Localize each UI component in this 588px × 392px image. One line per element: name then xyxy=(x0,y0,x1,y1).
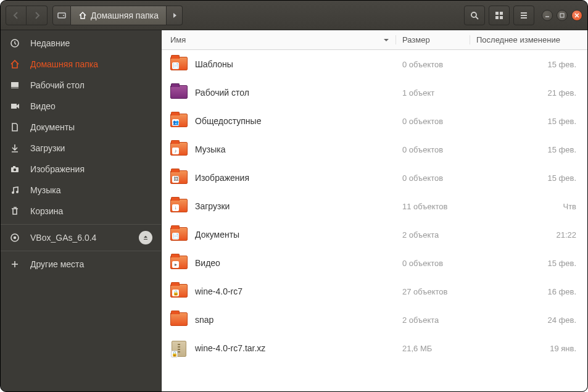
sidebar: НедавниеДомашняя папкаРабочий столВидеоД… xyxy=(1,30,162,391)
sidebar-item-home[interactable]: Домашняя папка xyxy=(1,54,161,75)
file-row[interactable]: 📄Документы2 объекта21:22 xyxy=(162,220,587,249)
folder-icon: ▸ xyxy=(170,256,188,270)
file-row[interactable]: Рабочий стол1 объект21 фев. xyxy=(162,78,587,107)
file-size: 2 объекта xyxy=(402,230,439,240)
file-name: Общедоступные xyxy=(195,116,261,126)
file-modified: 15 фев. xyxy=(547,117,576,126)
folder-icon: ↓ xyxy=(170,199,188,214)
svg-point-1 xyxy=(63,15,64,16)
file-row[interactable]: ↓Загрузки11 объектовЧтв xyxy=(162,192,587,220)
file-name: wine-4.0-rc7.tar.xz xyxy=(195,343,265,353)
svg-rect-4 xyxy=(495,12,499,15)
file-name: Видео xyxy=(195,258,220,268)
path-label: Домашняя папка xyxy=(91,10,159,20)
close-button[interactable] xyxy=(571,10,582,21)
file-modified: 15 фев. xyxy=(547,173,576,183)
file-name: wine-4.0-rc7 xyxy=(195,286,242,296)
sidebar-device-vbox[interactable]: VBox_GAs_6.0.4 xyxy=(1,227,161,248)
sidebar-item-recent[interactable]: Недавние xyxy=(1,33,161,54)
file-name: snap xyxy=(195,315,213,325)
folder-icon: 📄 xyxy=(170,57,188,72)
sidebar-item-documents[interactable]: Документы xyxy=(1,117,161,138)
file-row[interactable]: 👥Общедоступные0 объектов15 фев. xyxy=(162,107,587,135)
disk-icon xyxy=(57,11,66,20)
back-button[interactable] xyxy=(6,6,27,25)
file-size: 0 объектов xyxy=(402,117,443,126)
file-modified: 15 фев. xyxy=(547,145,576,154)
toolbar-right xyxy=(464,6,582,25)
sidebar-other-places[interactable]: Другие места xyxy=(1,254,161,275)
svg-rect-5 xyxy=(500,12,503,15)
view-grid-button[interactable] xyxy=(489,6,510,25)
sidebar-item-music[interactable]: Музыка xyxy=(1,180,161,201)
file-row[interactable]: 📄Шаблоны0 объектов15 фев. xyxy=(162,50,587,78)
headerbar: Домашняя папка xyxy=(1,1,587,30)
hamburger-icon xyxy=(520,11,528,20)
menu-button[interactable] xyxy=(513,6,534,25)
sidebar-item-label: Корзина xyxy=(30,206,63,216)
document-icon xyxy=(10,122,20,132)
search-button[interactable] xyxy=(464,6,485,25)
close-icon xyxy=(574,13,579,18)
file-size: 21,6 МБ xyxy=(402,344,432,353)
file-modified: 19 янв. xyxy=(550,344,576,353)
body: НедавниеДомашняя папкаРабочий столВидеоД… xyxy=(1,30,587,391)
minimize-icon xyxy=(545,13,550,18)
column-modified[interactable]: Последнее изменение xyxy=(470,35,587,44)
plus-icon xyxy=(10,259,20,269)
file-list[interactable]: 📄Шаблоны0 объектов15 фев.Рабочий стол1 о… xyxy=(162,50,587,391)
file-modified: 15 фев. xyxy=(547,60,576,69)
sidebar-item-trash[interactable]: Корзина xyxy=(1,201,161,222)
file-size: 2 объекта xyxy=(402,315,439,325)
svg-rect-18 xyxy=(11,104,17,109)
file-size: 0 объектов xyxy=(402,60,443,69)
sidebar-item-desktop[interactable]: Рабочий стол xyxy=(1,75,161,96)
file-row[interactable]: ♪Музыка0 объектов15 фев. xyxy=(162,135,587,164)
file-manager-window: Домашняя папка НедавниеДом xyxy=(0,0,588,392)
sidebar-item-videos[interactable]: Видео xyxy=(1,96,161,117)
download-icon xyxy=(10,143,20,153)
column-size-label: Размер xyxy=(402,35,430,44)
pathbar: Домашняя папка xyxy=(52,6,183,25)
camera-icon xyxy=(10,164,20,174)
column-headers: Имя Размер Последнее изменение xyxy=(162,30,587,50)
svg-rect-0 xyxy=(58,13,65,18)
maximize-button[interactable] xyxy=(557,10,568,21)
folder-icon: ♪ xyxy=(170,142,188,157)
sidebar-item-label: Документы xyxy=(30,122,75,132)
file-modified: 15 фев. xyxy=(547,259,576,268)
nav-buttons xyxy=(6,6,48,25)
file-size: 0 объектов xyxy=(402,145,443,154)
path-root[interactable] xyxy=(52,6,71,25)
file-size: 0 объектов xyxy=(402,259,443,268)
file-name: Рабочий стол xyxy=(195,88,249,98)
sidebar-item-label: Недавние xyxy=(30,38,70,48)
svg-point-23 xyxy=(16,191,19,193)
sidebar-item-downloads[interactable]: Загрузки xyxy=(1,138,161,159)
minimize-button[interactable] xyxy=(542,10,553,21)
file-row[interactable]: ▸Видео0 объектов15 фев. xyxy=(162,249,587,277)
eject-button[interactable] xyxy=(139,231,152,244)
file-row[interactable]: 🖼Изображения0 объектов15 фев. xyxy=(162,164,587,192)
path-more[interactable] xyxy=(167,6,183,25)
file-name: Шаблоны xyxy=(195,59,233,69)
svg-rect-7 xyxy=(500,16,503,19)
triangle-right-icon xyxy=(172,12,177,19)
window-controls xyxy=(542,10,582,21)
path-current[interactable]: Домашняя папка xyxy=(71,6,167,25)
column-size[interactable]: Размер xyxy=(396,35,470,44)
sidebar-item-label: Музыка xyxy=(30,185,61,195)
folder-icon xyxy=(170,85,188,100)
search-icon xyxy=(470,11,479,20)
sidebar-item-pictures[interactable]: Изображения xyxy=(1,159,161,180)
file-modified: 16 фев. xyxy=(547,287,576,296)
file-row[interactable]: 🔒wine-4.0-rc7.tar.xz21,6 МБ19 янв. xyxy=(162,334,587,362)
file-name: Изображения xyxy=(195,173,249,183)
forward-button[interactable] xyxy=(27,6,48,25)
file-row[interactable]: snap2 объекта24 фев. xyxy=(162,306,587,334)
column-name[interactable]: Имя xyxy=(162,35,396,44)
sidebar-item-label: VBox_GAs_6.0.4 xyxy=(30,233,96,243)
column-modified-label: Последнее изменение xyxy=(476,35,560,44)
file-row[interactable]: 🔒wine-4.0-rc727 объектов16 фев. xyxy=(162,277,587,306)
svg-rect-17 xyxy=(11,88,19,88)
